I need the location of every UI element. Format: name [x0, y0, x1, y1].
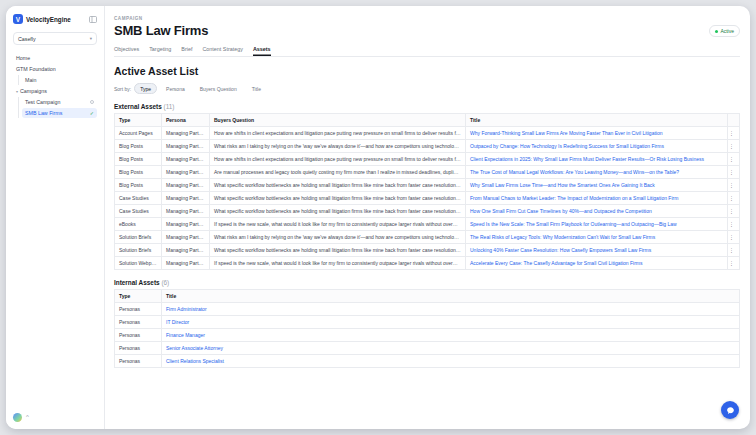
workspace-selector[interactable]: Casefly ▾: [13, 32, 97, 45]
internal-assets-body: Personas Firm Administrator Personas IT …: [115, 303, 740, 368]
column-header-title[interactable]: Title: [162, 290, 740, 303]
sort-option-persona[interactable]: Persona: [160, 83, 191, 94]
internal-assets-heading: Internal Assets (6): [114, 279, 740, 286]
asset-row: Account Pages Managing Partner How are s…: [115, 127, 740, 140]
sidebar-collapse-icon[interactable]: [89, 16, 97, 23]
asset-question-cell: What specific workflow bottlenecks are h…: [210, 192, 466, 205]
asset-title-link[interactable]: The True Cost of Manual Legal Workflows:…: [470, 169, 679, 175]
asset-row: Solution Briefs Managing Partner What sp…: [115, 244, 740, 257]
asset-row: Personas Senior Associate Attorney: [115, 342, 740, 355]
asset-persona-cell: Managing Partner: [162, 127, 210, 140]
sidebar-item-test-campaign[interactable]: Test Campaign: [22, 97, 97, 107]
asset-title-link[interactable]: From Manual Chaos to Market Leader: The …: [470, 195, 678, 201]
sort-option-buyers-question[interactable]: Buyers Question: [194, 83, 243, 94]
sidebar-item-main[interactable]: Main: [22, 75, 97, 85]
asset-persona-cell: Managing Partner: [162, 192, 210, 205]
asset-title-link[interactable]: How One Small Firm Cut Case Timelines by…: [470, 208, 652, 214]
asset-row: Personas Finance Manager: [115, 329, 740, 342]
page-title: SMB Law Firms: [114, 23, 208, 38]
kebab-menu-icon[interactable]: ⋮: [729, 195, 734, 201]
tab-bar: Objectives Targeting Brief Content Strat…: [114, 44, 740, 57]
asset-question-cell: What risks am I taking by relying on the…: [210, 140, 466, 153]
kebab-menu-icon[interactable]: ⋮: [729, 208, 734, 214]
external-assets-heading: External Assets (11): [114, 103, 740, 110]
table-header-row: Type Title: [115, 290, 740, 303]
sidebar-item-label: SMB Law Firms: [25, 110, 62, 116]
asset-row: eBooks Managing Partner If speed is the …: [115, 218, 740, 231]
kebab-menu-icon[interactable]: ⋮: [729, 234, 734, 240]
asset-row: Blog Posts Managing Partner What specifi…: [115, 179, 740, 192]
tab-assets[interactable]: Assets: [253, 44, 271, 56]
asset-title-cell: IT Director: [162, 316, 740, 329]
asset-title-link[interactable]: IT Director: [166, 319, 189, 325]
asset-title-link[interactable]: Accelerate Every Case: The Casefly Advan…: [470, 260, 642, 266]
external-assets-count: (11): [164, 103, 175, 110]
kebab-menu-icon[interactable]: ⋮: [729, 182, 734, 188]
chat-button[interactable]: [721, 401, 739, 419]
chevron-down-icon: ▾: [90, 36, 92, 41]
campaigns-children: Test Campaign SMB Law Firms ✓: [18, 97, 97, 118]
app-window: V VelocityEngine Casefly ▾ Home GTM Foun…: [6, 6, 750, 429]
kebab-menu-icon[interactable]: ⋮: [729, 169, 734, 175]
gtm-foundation-children: Main: [18, 75, 97, 85]
asset-row: Blog Posts Managing Partner Are manual p…: [115, 166, 740, 179]
avatar[interactable]: [13, 413, 22, 422]
asset-title-link[interactable]: Outpaced by Change: How Technology Is Re…: [470, 143, 664, 149]
sort-option-title[interactable]: Title: [246, 83, 267, 94]
tab-targeting[interactable]: Targeting: [149, 44, 171, 56]
kebab-menu-icon[interactable]: ⋮: [729, 247, 734, 253]
asset-title-link[interactable]: Finance Manager: [166, 332, 205, 338]
tab-objectives[interactable]: Objectives: [114, 44, 139, 56]
chevron-up-icon[interactable]: ^: [26, 415, 29, 420]
asset-title-link[interactable]: Why Forward-Thinking Small Law Firms Are…: [470, 130, 662, 136]
logo: V VelocityEngine: [13, 14, 97, 24]
sidebar-footer: ^: [13, 413, 29, 422]
kebab-menu-icon[interactable]: ⋮: [729, 260, 734, 266]
asset-title-link[interactable]: Client Relations Specialist: [166, 358, 224, 364]
asset-title-link[interactable]: Firm Administrator: [166, 306, 207, 312]
asset-title-link[interactable]: The Real Risks of Legacy Tools: Why Mode…: [470, 234, 655, 240]
asset-persona-cell: Managing Partner: [162, 244, 210, 257]
asset-title-cell: The True Cost of Manual Legal Workflows:…: [466, 166, 728, 179]
asset-title-link[interactable]: Client Expectations in 2025: Why Small L…: [470, 156, 704, 162]
kebab-menu-icon[interactable]: ⋮: [729, 130, 734, 136]
asset-title-link[interactable]: Senior Associate Attorney: [166, 345, 223, 351]
sidebar-item-home[interactable]: Home: [13, 53, 97, 63]
sidebar-item-campaigns[interactable]: ▾ Campaigns: [13, 86, 97, 96]
check-icon: ✓: [90, 110, 94, 116]
asset-type-cell: Account Pages: [115, 127, 162, 140]
title-row: SMB Law Firms Active: [114, 23, 740, 38]
sort-option-type[interactable]: Type: [134, 83, 157, 94]
asset-row: Personas IT Director: [115, 316, 740, 329]
sidebar-item-smb-law-firms[interactable]: SMB Law Firms ✓: [22, 108, 97, 118]
kebab-menu-icon[interactable]: ⋮: [729, 221, 734, 227]
asset-actions-cell: ⋮: [728, 153, 740, 166]
kebab-menu-icon[interactable]: ⋮: [729, 143, 734, 149]
column-header-persona[interactable]: Persona: [162, 114, 210, 127]
sidebar-nav: Home GTM Foundation Main ▾ Campaigns Tes…: [13, 53, 97, 118]
column-header-title[interactable]: Title: [466, 114, 728, 127]
asset-title-link[interactable]: Why Small Law Firms Lose Time—and How th…: [470, 182, 655, 188]
internal-assets-count: (6): [161, 279, 169, 286]
asset-persona-cell: Managing Partner: [162, 166, 210, 179]
internal-assets-table: Type Title Personas Firm Administrator P…: [114, 289, 740, 368]
tab-brief[interactable]: Brief: [181, 44, 192, 56]
table-header-row: Type Persona Buyers Question Title: [115, 114, 740, 127]
asset-row: Case Studies Managing Partner What speci…: [115, 192, 740, 205]
column-header-type[interactable]: Type: [115, 290, 162, 303]
sidebar-item-label: Home: [16, 55, 30, 61]
asset-title-cell: Senior Associate Attorney: [162, 342, 740, 355]
kebab-menu-icon[interactable]: ⋮: [729, 156, 734, 162]
sidebar-item-gtm-foundation[interactable]: GTM Foundation: [13, 64, 97, 74]
tab-content-strategy[interactable]: Content Strategy: [202, 44, 242, 56]
asset-title-link[interactable]: Unlocking 40% Faster Case Resolution: Ho…: [470, 247, 651, 253]
sort-by-label: Sort by:: [114, 86, 131, 92]
column-header-buyers-question[interactable]: Buyers Question: [210, 114, 466, 127]
asset-title-cell: Unlocking 40% Faster Case Resolution: Ho…: [466, 244, 728, 257]
asset-persona-cell: Managing Partner: [162, 179, 210, 192]
column-header-type[interactable]: Type: [115, 114, 162, 127]
asset-title-link[interactable]: Speed Is the New Scale: The Small Firm P…: [470, 221, 677, 227]
external-assets-body: Account Pages Managing Partner How are s…: [115, 127, 740, 270]
asset-actions-cell: ⋮: [728, 218, 740, 231]
external-assets-table: Type Persona Buyers Question Title Accou…: [114, 113, 740, 270]
